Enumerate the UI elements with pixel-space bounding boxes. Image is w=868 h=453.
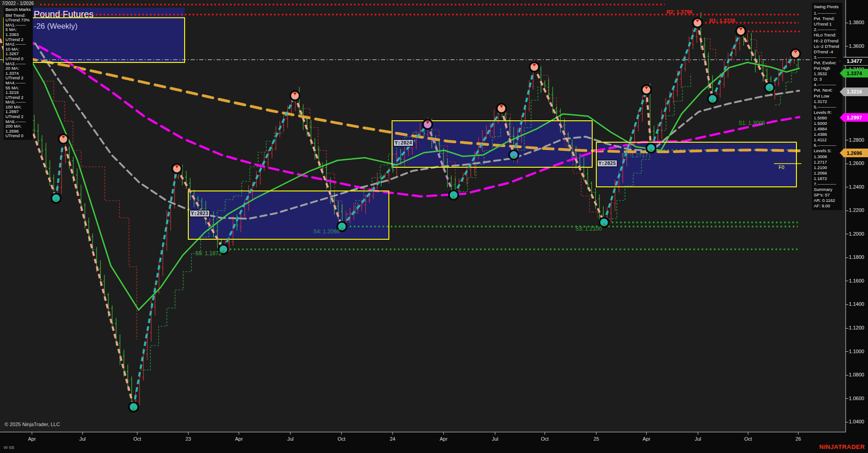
support-label: S2: 1.2717 [621,152,648,159]
price-chart-canvas[interactable] [0,0,868,453]
swing-pivots-title: Swing Pivots [814,4,842,10]
price-axis-label: 1.2800 [849,137,864,143]
price-badge-ma-55: 1.3216 [840,88,868,96]
pivot-marker-high [289,90,300,101]
pivot-marker-low [508,149,519,160]
price-axis-tick [846,281,848,281]
bench-marks-title: Bench Marks [5,7,32,12]
swing-pivots-line: Levels R: [814,110,842,115]
pivot-marker-high [692,17,703,28]
price-axis-tick [846,187,848,187]
price-axis-tick [846,23,848,23]
price-badge-ma-20: 1.3374 [840,69,868,77]
time-axis-label: Jul [492,436,498,442]
price-axis-tick [846,234,848,234]
price-axis-tick [846,164,848,164]
pivot-marker-low [764,82,775,93]
swing-pivots-line: HiLo Trend: [814,32,842,38]
swing-pivots-line: D: 3 [814,77,842,82]
swing-pivots-line: 1.1872 [814,176,842,181]
period-instrument-label: W 6B [4,445,14,450]
swing-pivots-line: Pvt High [814,66,842,71]
swing-pivots-line: 7.------------- [814,181,842,187]
time-axis-label: Oct [133,436,141,442]
visible-range-label: 7/2022 - 1/2026 [2,1,34,6]
pivot-marker-low [128,402,139,412]
swing-pivots-line: Hi:-2 DTrend [814,38,842,44]
price-axis-label: 1.1000 [849,349,864,354]
swing-pivots-line: 3.------------- [814,55,842,60]
price-axis-label: 1.3800 [849,20,864,25]
bench-marks-panel: Bench Marks BM Trend:UTrend 73%MA1.-----… [4,6,33,140]
copyright-text: © 2025 NinjaTrader, LLC [5,422,60,427]
price-axis-label: 1.0800 [849,372,864,377]
instrument-title: Pound Futures [34,9,93,20]
price-badge-ma-200: 1.2696 [840,149,868,157]
year-label-2023: Y:2023 [189,210,210,217]
swing-pivots-line: UTrend 1 [814,21,842,27]
instrument-subtitle: -26 (Weekly) [34,22,78,31]
swing-pivots-line: 1.4112 [814,137,842,143]
time-axis-label: Jul [695,436,701,442]
swing-pivots-line: 2.------------- [814,27,842,32]
swing-pivots-line: 1.2100 [814,165,842,170]
price-badge-last-price: 1.3477 [840,57,868,66]
price-axis-tick [846,398,848,399]
price-axis-label: 1.2400 [849,184,864,190]
time-axis-label: Apr [28,436,36,442]
time-axis-label: Apr [439,436,447,442]
swing-pivots-line: 1.3172 [814,99,842,104]
pivot-marker-low [707,93,718,104]
swing-pivots-line: SP's: 57 [814,192,842,198]
pivot-marker-high [529,62,540,72]
pivot-marker-high [735,26,746,36]
swing-pivots-line: 1.2066 [814,170,842,176]
swing-pivots-line: 5.------------- [814,104,842,110]
time-axis-label: Jul [287,436,294,442]
time-axis-label: Apr [235,436,243,442]
swing-pivots-line: Pvt. Evolve: [814,60,842,66]
plot-background [0,0,846,432]
price-axis-tick [846,257,848,258]
swing-pivots-line: Levels S: [814,148,842,154]
price-axis-label: 1.2600 [849,160,864,166]
pivot-marker-high [171,163,182,174]
pivot-marker-high [58,134,69,144]
swing-pivots-line: 1.4386 [814,132,842,137]
bench-marks-line: UTrend 0 [5,57,32,62]
price-axis-tick [846,140,848,140]
swing-pivots-line: 1.5080 [814,115,842,121]
price-axis-tick [846,351,848,352]
price-axis-tick [846,46,848,46]
swing-pivots-line: DTrend -4 [814,49,842,55]
swing-pivots-line: Pvt. Trend: [814,16,842,21]
pivot-marker-high [790,48,801,59]
support-label: S4: 1.2066 [313,228,340,235]
pivot-marker-low [448,190,459,201]
pivot-marker-high [496,103,507,114]
time-axis-label: 24 [390,436,395,442]
swing-pivots-panel: Swing Pivots 1.-------------Pvt. Trend:U… [812,3,842,210]
time-axis-label: Apr [642,436,650,442]
resistance-label: R1: 1.3726 [709,18,735,23]
price-axis-tick [846,375,848,376]
time-axis-label: Oct [337,436,345,442]
price-axis-label: 1.1800 [849,254,864,260]
price-axis-label: 1.2200 [849,207,864,213]
price-axis-tick [846,304,848,305]
price-axis-label: 1.2000 [849,231,864,237]
swing-pivots-line: 4.------------- [814,82,842,88]
price-axis-label: 1.3600 [849,43,864,49]
f0-label: F0 [779,165,784,170]
price-axis-tick [846,328,848,329]
ninjatrader-logo: NINJATRADER [819,443,865,450]
swing-pivots-line: Pvt Low [814,93,842,99]
price-axis-label: 1.1600 [849,278,864,283]
swing-pivots-line: 1.3008 [814,154,842,160]
swing-pivots-line: Lo:-2 DTrend [814,44,842,49]
swing-pivots-line: 6.------------- [814,143,842,148]
swing-pivots-line: AF: 9.00 [814,203,842,209]
bench-marks-line: MA4.------- [5,81,32,86]
pivot-marker-low [51,193,62,204]
time-axis-label: 23 [186,436,191,442]
